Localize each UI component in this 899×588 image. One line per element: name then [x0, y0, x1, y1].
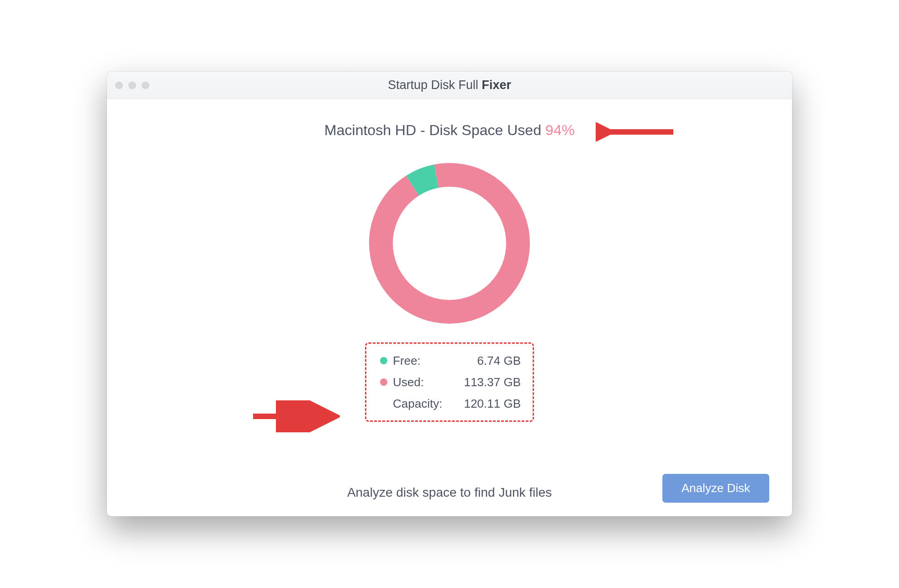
zoom-window-icon[interactable]	[142, 81, 149, 89]
minimize-window-icon[interactable]	[128, 81, 136, 89]
window-controls	[115, 81, 149, 89]
main-content: Macintosh HD - Disk Space Used 94% Free:…	[107, 99, 792, 516]
legend-dot-used-icon	[380, 378, 387, 386]
disk-usage-donut-chart	[360, 154, 539, 334]
disk-name: Macintosh HD	[324, 122, 416, 138]
window-title-prefix: Startup Disk Full	[388, 78, 482, 92]
legend-label-capacity: Capacity:	[393, 393, 452, 415]
disk-usage-heading: Macintosh HD - Disk Space Used 94%	[324, 122, 575, 139]
analyze-disk-button[interactable]: Analyze Disk	[662, 474, 769, 503]
legend-label-used: Used:	[393, 372, 452, 393]
annotation-arrow-percent-icon	[596, 118, 678, 146]
donut-used-segment	[369, 163, 530, 324]
titlebar: Startup Disk Full Fixer	[107, 72, 792, 99]
legend-row-free: Free: 6.74 GB	[375, 350, 521, 372]
legend-value-used: 113.37 GB	[452, 372, 521, 393]
legend-dot-free-icon	[380, 357, 387, 364]
legend-row-used: Used: 113.37 GB	[375, 372, 521, 393]
window-title-bold: Fixer	[482, 78, 512, 92]
annotation-arrow-legend-icon	[249, 400, 340, 432]
app-window: Startup Disk Full Fixer Macintosh HD - D…	[107, 72, 792, 516]
disk-stats-box: Free: 6.74 GB Used: 113.37 GB Capacity: …	[365, 342, 534, 422]
legend-value-capacity: 120.11 GB	[452, 393, 521, 415]
disk-usage-label: Disk Space Used	[429, 122, 541, 138]
disk-usage-percent: 94%	[545, 122, 575, 138]
legend-value-free: 6.74 GB	[452, 350, 521, 372]
analyze-hint-text: Analyze disk space to find Junk files	[347, 485, 552, 500]
legend-row-capacity: Capacity: 120.11 GB	[375, 393, 521, 415]
dash-separator: -	[420, 122, 429, 138]
donut-chart-svg	[360, 154, 539, 332]
close-window-icon[interactable]	[115, 81, 123, 89]
window-title: Startup Disk Full Fixer	[388, 78, 511, 92]
legend-label-free: Free:	[393, 350, 452, 372]
